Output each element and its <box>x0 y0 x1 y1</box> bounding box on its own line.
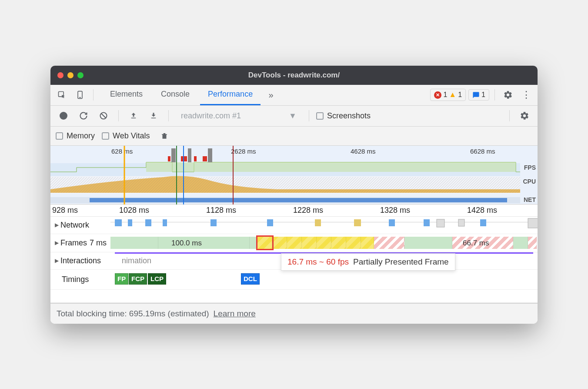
frame-block[interactable] <box>250 237 257 249</box>
timing-lcp[interactable]: LCP <box>148 273 166 285</box>
interaction-text: nimation <box>122 256 151 265</box>
frame-block[interactable] <box>302 237 317 249</box>
blocking-time-text: Total blocking time: 695.19ms (estimated… <box>57 309 209 319</box>
error-count: 1 <box>443 91 447 99</box>
timing-dcl[interactable]: DCL <box>241 273 260 285</box>
frame-label: 66.7 ms <box>463 239 489 248</box>
clear-button[interactable] <box>96 108 111 124</box>
download-profile-icon[interactable] <box>146 108 161 124</box>
inspect-element-icon[interactable] <box>54 87 70 103</box>
frame-block[interactable] <box>287 237 302 249</box>
timing-fp[interactable]: FP <box>115 273 128 285</box>
settings-icon[interactable] <box>500 87 516 103</box>
upload-profile-icon[interactable] <box>126 108 141 124</box>
frame-block[interactable] <box>346 237 361 249</box>
svg-rect-13 <box>203 156 207 161</box>
divider <box>494 89 495 101</box>
garbage-collect-icon[interactable] <box>157 128 172 144</box>
warning-count: 1 <box>458 91 462 99</box>
frame-block[interactable] <box>331 237 346 249</box>
svg-rect-36 <box>437 219 444 227</box>
frame-block[interactable] <box>404 237 452 249</box>
divider <box>93 89 94 101</box>
expand-icon[interactable]: ▶ <box>55 222 59 228</box>
frames-content[interactable]: 100.0 ms 66.7 ms <box>110 234 538 252</box>
timing-fcp[interactable]: FCP <box>129 273 147 285</box>
messages-badge[interactable]: 1 <box>468 89 489 101</box>
svg-rect-33 <box>354 219 361 226</box>
tab-elements[interactable]: Elements <box>102 84 150 105</box>
minimize-window-button[interactable] <box>67 72 74 78</box>
more-tabs-icon[interactable]: » <box>263 87 279 103</box>
error-icon: ✕ <box>434 91 441 99</box>
svg-rect-15 <box>188 148 191 162</box>
record-button[interactable] <box>56 108 71 124</box>
chevron-down-icon: ▼ <box>289 111 297 121</box>
svg-rect-8 <box>146 162 516 172</box>
empty-track-area[interactable] <box>50 290 538 303</box>
profile-selector[interactable]: readwrite.com #1 ▼ <box>176 111 302 121</box>
device-toggle-icon[interactable] <box>72 87 88 103</box>
frame-block[interactable] <box>272 237 287 249</box>
svg-rect-16 <box>208 148 212 162</box>
frame-block[interactable] <box>513 237 528 249</box>
svg-rect-6 <box>151 118 156 119</box>
timeline-ruler[interactable]: 928 ms 1028 ms 1128 ms 1228 ms 1328 ms 1… <box>50 205 538 217</box>
timings-track[interactable]: Timings FP FCP LCP DCL <box>50 270 538 290</box>
expand-icon[interactable]: ▶ <box>55 258 59 264</box>
tooltip-time: 16.7 ms ~ 60 fps <box>287 257 349 267</box>
frame-block-selected[interactable] <box>257 237 272 249</box>
svg-rect-30 <box>210 219 217 226</box>
frame-block[interactable] <box>317 237 331 249</box>
network-track-label: ▶ Network <box>50 221 110 230</box>
overview-lane-net: NET <box>524 196 536 203</box>
error-warning-badge[interactable]: ✕ 1 ▲ 1 <box>430 89 466 101</box>
timeline-overview[interactable]: 628 ms 2628 ms 4628 ms 6628 ms <box>50 146 538 205</box>
svg-rect-34 <box>389 219 395 226</box>
tab-console[interactable]: Console <box>153 84 197 105</box>
reload-record-button[interactable] <box>76 108 91 124</box>
maximize-window-button[interactable] <box>77 72 84 78</box>
main-tabbar: Elements Console Performance » ✕ 1 ▲ 1 1… <box>50 85 538 106</box>
divider <box>118 110 119 121</box>
divider <box>168 110 169 121</box>
screenshots-checkbox[interactable] <box>316 112 324 120</box>
interactions-track[interactable]: ▶ Interactions nimation 16.7 ms ~ 60 fps… <box>50 252 538 270</box>
ruler-tick: 1428 ms <box>467 206 497 215</box>
frame-block[interactable] <box>110 237 158 249</box>
frames-track[interactable]: ▶ Frames 7 ms 100.0 ms 66.7 ms <box>50 234 538 252</box>
window-title: DevTools - readwrite.com/ <box>50 71 538 80</box>
kebab-menu-icon[interactable]: ⋮ <box>518 87 534 103</box>
tab-performance[interactable]: Performance <box>200 84 261 105</box>
overview-chart <box>50 146 538 205</box>
frames-track-label: ▶ Frames 7 ms <box>50 238 110 248</box>
perf-toolbar-secondary: Memory Web Vitals <box>50 127 538 146</box>
close-window-button[interactable] <box>57 72 63 78</box>
network-track[interactable]: ▶ Network <box>50 217 538 234</box>
footer: Total blocking time: 695.19ms (estimated… <box>50 303 538 324</box>
svg-rect-32 <box>315 219 321 226</box>
tooltip-text: Partially Presented Frame <box>353 257 449 267</box>
expand-icon[interactable]: ▶ <box>55 240 59 246</box>
divider <box>509 110 510 121</box>
learn-more-link[interactable]: Learn more <box>214 309 256 319</box>
perf-settings-icon[interactable] <box>517 108 532 124</box>
frame-block[interactable] <box>528 237 537 249</box>
overview-lane-cpu: CPU <box>523 178 536 185</box>
screenshots-label: Screenshots <box>327 111 371 121</box>
svg-rect-9 <box>168 156 170 161</box>
svg-line-4 <box>101 114 106 118</box>
frame-label: 100.0 ms <box>171 239 202 248</box>
message-icon <box>472 91 480 99</box>
webvitals-label: Web Vitals <box>113 131 150 141</box>
frame-block[interactable] <box>374 237 404 249</box>
frame-tooltip: 16.7 ms ~ 60 fps Partially Presented Fra… <box>281 253 455 271</box>
overview-lane-fps: FPS <box>524 164 536 171</box>
svg-rect-29 <box>163 219 167 226</box>
timings-track-label: Timings <box>50 275 110 284</box>
frame-block[interactable] <box>361 237 374 249</box>
memory-checkbox[interactable] <box>56 132 63 140</box>
ruler-tick: 1328 ms <box>380 206 410 215</box>
svg-rect-27 <box>128 219 132 226</box>
webvitals-checkbox[interactable] <box>102 132 109 140</box>
